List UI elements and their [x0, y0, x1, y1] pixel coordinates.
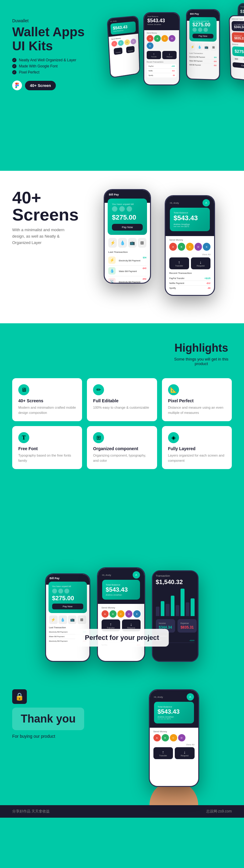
pixel-card-icon: 📐	[168, 384, 179, 395]
screens-label: Screens	[12, 206, 92, 223]
font-card-desc: Typography based on the free fonts famil…	[18, 453, 76, 463]
screens-card-desc: Modern and minimalism crafted mobile des…	[18, 405, 76, 415]
highlight-card-pixel: 📐 Pixel Perfect Distance and measure usi…	[162, 378, 232, 421]
lock-icon: 🔒	[12, 689, 27, 704]
screens-card-icon: 🖥	[18, 384, 29, 395]
organized-card-title: Organized component	[93, 446, 151, 451]
thankyou-title: Thank you	[21, 712, 75, 725]
highlight-card-font: T Free Font Typography based on the free…	[12, 426, 82, 469]
screens-card-title: 40+ Screens	[18, 398, 76, 403]
organized-card-desc: Organizing component, typography, and co…	[93, 453, 151, 463]
layered-card-icon: ◈	[168, 432, 179, 443]
project-label: Perfect for your project	[75, 629, 169, 647]
layered-card-desc: Layers organized for each screen and com…	[168, 453, 226, 463]
hero-title: Wallet Apps UI Kits	[12, 25, 104, 53]
screens-left-text: 40+ Screens With a minimalist and modern…	[12, 189, 92, 246]
font-card-icon: T	[18, 432, 29, 443]
highlight-card-editable: ✏ Full Editable 100% easy to change & cu…	[87, 378, 157, 421]
check-icon-3: ✓	[12, 70, 17, 74]
editable-card-title: Full Editable	[93, 398, 151, 403]
thankyou-phone: Hi, Andy A Total Balance $543.43 Andrea …	[116, 689, 232, 787]
feature-item-1: ✓ Neatly And Well Organized & Layer	[12, 58, 104, 62]
hero-phones: Hi, Andy $543.43 Total Balance Send Mone…	[104, 12, 232, 153]
thankyou-left: 🔒 Thank you For buying our product	[12, 689, 104, 739]
screens-phone-left: Bill Pay You have unpaid bill $275.00 Pa…	[104, 189, 152, 305]
thankyou-section: 🔒 Thank you For buying our product Hi, A…	[0, 671, 244, 805]
screen-count-badge: 40+ Screen	[25, 81, 56, 90]
thankyou-phone-container: Hi, Andy A Total Balance $543.43 Andrea …	[116, 689, 232, 787]
figma-icon	[12, 81, 22, 90]
pixel-card-desc: Distance and measure using an even multi…	[168, 405, 226, 415]
hero-left: Duwallet Wallet Apps UI Kits ✓ Neatly An…	[12, 12, 104, 153]
editable-card-desc: 100% easy to change & customizable	[93, 405, 151, 410]
layered-card-title: Fully Layered	[168, 446, 226, 451]
highlights-section: Highlights Some things you will get in t…	[0, 323, 244, 500]
highlight-card-layered: ◈ Fully Layered Layers organized for eac…	[162, 426, 232, 469]
thankyou-box: Thank you	[12, 708, 84, 730]
bottom-bar: 分享好作品 天天拿收益 志设网·zs9.com	[0, 805, 244, 818]
hero-features: ✓ Neatly And Well Organized & Layer ✓ Ma…	[12, 58, 104, 74]
pixel-card-title: Pixel Perfect	[168, 398, 226, 403]
font-card-title: Free Font	[18, 446, 76, 451]
bottom-bar-left: 分享好作品 天天拿收益	[12, 809, 50, 814]
screens-phone-display: Bill Pay You have unpaid bill $275.00 Pa…	[104, 189, 232, 305]
highlight-card-organized: ⊞ Organized component Organizing compone…	[87, 426, 157, 469]
hero-section: Duwallet Wallet Apps UI Kits ✓ Neatly An…	[0, 0, 244, 171]
screens-description: With a minimalist and modern design, as …	[12, 227, 73, 246]
project-phones: Bill Pay You have unpaid bill $275.00 Pa…	[116, 567, 128, 604]
highlight-card-screens: 🖥 40+ Screens Modern and minimalism craf…	[12, 378, 82, 421]
feature-item-3: ✓ Pixel Perfect	[12, 70, 104, 74]
highlights-header: Highlights Some things you will get in t…	[12, 342, 232, 366]
screens-phone-right: Hi, Andy A Total Balance $543.43 Andrea …	[165, 189, 217, 305]
project-section: Bill Pay You have unpaid bill $275.00 Pa…	[0, 500, 244, 671]
highlights-grid: 🖥 40+ Screens Modern and minimalism craf…	[12, 378, 232, 469]
feature-item-2: ✓ Made With Google Font	[12, 64, 104, 68]
screens-count: 40+	[12, 189, 92, 206]
organized-card-icon: ⊞	[93, 432, 104, 443]
bottom-bar-site: 志设网·zs9.com	[206, 809, 232, 814]
highlights-description: Some things you will get in this product	[171, 357, 232, 366]
editable-card-icon: ✏	[93, 384, 104, 395]
highlights-title: Highlights	[171, 342, 232, 354]
highlights-text-block: Highlights Some things you will get in t…	[171, 342, 232, 366]
check-icon-2: ✓	[12, 64, 17, 68]
screens-section: 40+ Screens With a minimalist and modern…	[0, 171, 244, 323]
thankyou-subtitle: For buying our product	[12, 734, 104, 739]
check-icon-1: ✓	[12, 58, 17, 62]
hero-badge-row: 40+ Screen	[12, 81, 104, 90]
hero-subtitle: Duwallet	[12, 18, 104, 23]
